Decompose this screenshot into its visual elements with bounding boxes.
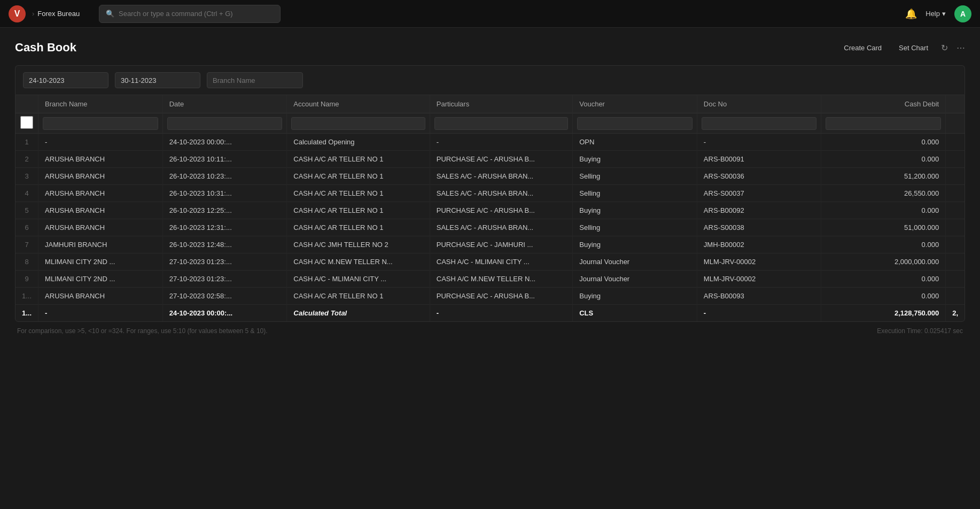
cell-cash-debit: 0.000 [821, 202, 946, 219]
cell-row-num: 6 [15, 219, 38, 236]
filter-doc-no[interactable] [702, 117, 817, 130]
cell-cash-debit: 0.000 [821, 134, 946, 151]
table-row[interactable]: 7 JAMHURI BRANCH 26-10-2023 12:48:... CA… [15, 236, 965, 253]
cell-doc-no: ARS-S00037 [697, 185, 821, 202]
search-icon: 🔍 [106, 10, 114, 18]
cell-account: CASH A/C M.NEW TELLER N... [287, 253, 430, 271]
filter-particulars[interactable] [434, 117, 568, 130]
cell-overflow [946, 271, 965, 288]
cell-branch: ARUSHA BRANCH [38, 202, 163, 219]
cell-row-num: 9 [15, 271, 38, 288]
filter-voucher[interactable] [577, 117, 693, 130]
cell-doc-no: ARS-B00093 [697, 288, 821, 305]
table-row[interactable]: 9 MLIMANI CITY 2ND ... 27-10-2023 01:23:… [15, 271, 965, 288]
table-row[interactable]: 5 ARUSHA BRANCH 26-10-2023 12:25:... CAS… [15, 202, 965, 219]
table-body: 1 - 24-10-2023 00:00:... Calculated Open… [15, 134, 965, 322]
cell-row-num: 2 [15, 151, 38, 168]
notification-bell-icon[interactable]: 🔔 [905, 8, 917, 20]
app-logo: V [9, 5, 26, 22]
cell-cash-debit: 2,128,750.000 [821, 305, 946, 322]
cell-row-num: 1... [15, 288, 38, 305]
footer: For comparison, use >5, <10 or =324. For… [15, 327, 965, 335]
cell-doc-no: JMH-B00002 [697, 236, 821, 253]
cell-overflow [946, 253, 965, 271]
cell-doc-no: - [697, 305, 821, 322]
cell-voucher: Journal Voucher [573, 271, 697, 288]
page-content: Cash Book Create Card Set Chart ↻ ⋯ Bran… [0, 28, 980, 348]
refresh-icon[interactable]: ↻ [941, 43, 948, 53]
cell-particulars: PURCHASE A/C - JAMHURI ... [430, 236, 572, 253]
cell-particulars: SALES A/C - ARUSHA BRAN... [430, 168, 572, 185]
page-header: Cash Book Create Card Set Chart ↻ ⋯ [15, 41, 965, 55]
cell-account: CASH A/C AR TELLER NO 1 [287, 168, 430, 185]
cell-cash-debit: 51,200.000 [821, 168, 946, 185]
cell-overflow [946, 219, 965, 236]
cell-overflow [946, 202, 965, 219]
cell-branch: ARUSHA BRANCH [38, 168, 163, 185]
table-row[interactable]: 8 MLIMANI CITY 2ND ... 27-10-2023 01:23:… [15, 253, 965, 271]
execution-time: Execution Time: 0.025417 sec [877, 327, 963, 335]
filter-account[interactable] [291, 117, 425, 130]
cell-voucher: Selling [573, 185, 697, 202]
create-card-button[interactable]: Create Card [839, 42, 886, 54]
cell-doc-no: MLM-JRV-00002 [697, 271, 821, 288]
th-row-num [15, 95, 38, 113]
th-account-name: Account Name [287, 95, 430, 113]
cell-voucher: Buying [573, 202, 697, 219]
cell-cash-debit: 51,000.000 [821, 219, 946, 236]
cell-cash-debit: 0.000 [821, 288, 946, 305]
table-row[interactable]: 1... - 24-10-2023 00:00:... Calculated T… [15, 305, 965, 322]
cell-cash-debit: 0.000 [821, 271, 946, 288]
table-row[interactable]: 2 ARUSHA BRANCH 26-10-2023 10:11:... CAS… [15, 151, 965, 168]
cell-voucher: CLS [573, 305, 697, 322]
cell-account: CASH A/C - MLIMANI CITY ... [287, 271, 430, 288]
cell-account: CASH A/C AR TELLER NO 1 [287, 288, 430, 305]
filter-branch[interactable] [43, 117, 158, 130]
table-wrapper: Branch Name Date Account Name Particular… [15, 95, 965, 322]
cell-voucher: Buying [573, 288, 697, 305]
cell-date: 26-10-2023 10:31:... [162, 185, 287, 202]
cell-overflow [946, 185, 965, 202]
cell-voucher: OPN [573, 134, 697, 151]
cell-branch: ARUSHA BRANCH [38, 288, 163, 305]
cell-voucher: Selling [573, 219, 697, 236]
table-row[interactable]: 3 ARUSHA BRANCH 26-10-2023 10:23:... CAS… [15, 168, 965, 185]
table-row[interactable]: 6 ARUSHA BRANCH 26-10-2023 12:31:... CAS… [15, 219, 965, 236]
date-from-input[interactable] [23, 72, 108, 88]
cell-date: 26-10-2023 12:48:... [162, 236, 287, 253]
cell-cash-debit: 2,000,000.000 [821, 253, 946, 271]
cell-date: 27-10-2023 02:58:... [162, 288, 287, 305]
cell-account: CASH A/C JMH TELLER NO 2 [287, 236, 430, 253]
filter-cash-debit[interactable] [826, 117, 941, 130]
branch-filter-input[interactable] [207, 72, 303, 88]
more-options-icon[interactable]: ⋯ [956, 43, 965, 53]
topnav: V › Forex Bureau 🔍 🔔 Help ▾ A [0, 0, 980, 28]
page-actions: Create Card Set Chart ↻ ⋯ [839, 42, 965, 54]
cell-row-num: 4 [15, 185, 38, 202]
table-row[interactable]: 1 - 24-10-2023 00:00:... Calculated Open… [15, 134, 965, 151]
select-all-checkbox[interactable] [20, 116, 34, 129]
help-button[interactable]: Help ▾ [925, 10, 946, 18]
cell-particulars: SALES A/C - ARUSHA BRAN... [430, 219, 572, 236]
page-title: Cash Book [15, 41, 76, 55]
search-bar[interactable]: 🔍 [99, 5, 281, 23]
cell-doc-no: - [697, 134, 821, 151]
set-chart-button[interactable]: Set Chart [895, 42, 932, 54]
cell-particulars: PURCHASE A/C - ARUSHA B... [430, 288, 572, 305]
cell-doc-no: MLM-JRV-00002 [697, 253, 821, 271]
table-row[interactable]: 4 ARUSHA BRANCH 26-10-2023 10:31:... CAS… [15, 185, 965, 202]
search-input[interactable] [119, 10, 274, 18]
cell-branch: ARUSHA BRANCH [38, 219, 163, 236]
cell-branch: - [38, 305, 163, 322]
avatar[interactable]: A [954, 5, 971, 22]
date-to-input[interactable] [115, 72, 200, 88]
breadcrumb-label: Forex Bureau [37, 10, 80, 18]
cell-branch: JAMHURI BRANCH [38, 236, 163, 253]
filter-bar [15, 65, 965, 95]
cell-cash-debit: 0.000 [821, 151, 946, 168]
cell-overflow [946, 236, 965, 253]
filter-date[interactable] [167, 117, 283, 130]
table-row[interactable]: 1... ARUSHA BRANCH 27-10-2023 02:58:... … [15, 288, 965, 305]
footer-hint: For comparison, use >5, <10 or =324. For… [17, 327, 268, 335]
cell-overflow [946, 168, 965, 185]
